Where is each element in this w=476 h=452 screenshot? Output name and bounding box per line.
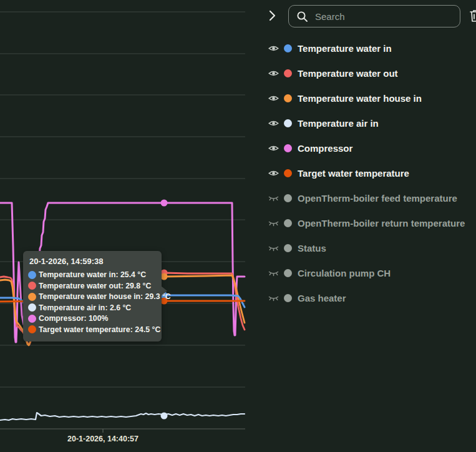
series-color-dot xyxy=(28,303,36,312)
legend-item[interactable]: OpenTherm-boiler feed temperature xyxy=(268,185,476,210)
series-color-dot xyxy=(28,293,36,301)
legend-item[interactable]: Temperature water in xyxy=(268,36,476,61)
series-color-dot xyxy=(28,282,36,290)
search-icon xyxy=(296,11,308,22)
legend-item-label: Target water temperature xyxy=(298,168,409,179)
series-color-dot xyxy=(284,44,292,52)
legend-item-label: OpenTherm-boiler feed temperature xyxy=(298,193,457,204)
legend-item[interactable]: Compressor xyxy=(268,135,476,160)
search-box[interactable] xyxy=(288,5,460,27)
eye-closed-icon[interactable] xyxy=(268,244,279,252)
trash-icon xyxy=(470,15,476,24)
tooltip-row-text: Temperature air in: 2.6 °C xyxy=(39,303,131,312)
tooltip-row-text: Temperature water out: 29.8 °C xyxy=(39,282,151,290)
eye-closed-icon[interactable] xyxy=(268,294,279,302)
chart-tooltip: 20-1-2026, 14:59:38 Temperature water in… xyxy=(23,251,162,341)
series-color-dot xyxy=(284,119,292,127)
history-graph-panel: 20-1-2026, 14:40:57 20-1-2026, 14:59:38 … xyxy=(0,0,476,452)
chart-canvas[interactable] xyxy=(0,0,251,452)
tooltip-row: Temperature air in: 2.6 °C xyxy=(28,303,155,312)
legend-item-label: Status xyxy=(298,243,326,253)
legend-item-label: Compressor xyxy=(298,143,352,154)
tooltip-row-text: Compressor: 100% xyxy=(39,314,108,323)
tooltip-row-text: Target water temperature: 24.5 °C xyxy=(39,325,160,334)
series-color-dot xyxy=(28,271,36,279)
legend-item[interactable]: Temperature air in xyxy=(268,111,476,135)
tooltip-row: Temperature water house in: 29.3 °C xyxy=(28,292,155,301)
series-color-dot xyxy=(28,315,36,323)
legend-item-label: Temperature water out xyxy=(298,68,398,79)
tooltip-title: 20-1-2026, 14:59:38 xyxy=(29,257,155,266)
eye-closed-icon[interactable] xyxy=(268,219,279,227)
legend-list: Temperature water inTemperature water ou… xyxy=(268,36,476,310)
tooltip-pointer xyxy=(161,286,167,296)
series-color-dot xyxy=(284,69,292,77)
x-axis-tick-label: 20-1-2026, 14:40:57 xyxy=(0,435,206,443)
chevron-right-icon xyxy=(269,15,276,24)
series-color-dot xyxy=(28,325,36,333)
tooltip-row: Compressor: 100% xyxy=(28,314,155,323)
series-color-dot xyxy=(284,144,292,152)
eye-closed-icon[interactable] xyxy=(268,194,279,202)
legend-item[interactable]: Status xyxy=(268,235,476,260)
series-color-dot xyxy=(284,194,292,202)
legend-item[interactable]: Gas heater xyxy=(268,285,476,310)
legend-item[interactable]: Target water temperature xyxy=(268,160,476,185)
tooltip-row: Temperature water in: 25.4 °C xyxy=(28,270,155,279)
tooltip-row-text: Temperature water in: 25.4 °C xyxy=(39,270,146,279)
collapse-panel-button[interactable] xyxy=(266,8,279,24)
series-color-dot xyxy=(284,244,292,252)
series-color-dot xyxy=(284,269,292,277)
legend-item-label: Gas heater xyxy=(298,293,346,303)
legend-item[interactable]: Temperature water out xyxy=(268,61,476,86)
tooltip-row-text: Temperature water house in: 29.3 °C xyxy=(39,292,171,301)
eye-icon[interactable] xyxy=(268,169,279,177)
search-input[interactable] xyxy=(314,11,441,22)
legend-item-label: Temperature water house in xyxy=(298,93,422,104)
eye-icon[interactable] xyxy=(268,94,279,102)
eye-icon[interactable] xyxy=(268,69,279,77)
legend-item-label: OpenTherm-boiler return temperature xyxy=(298,218,465,228)
series-color-dot xyxy=(284,169,292,177)
legend-item-label: Circulation pump CH xyxy=(298,268,391,278)
legend-item[interactable]: OpenTherm-boiler return temperature xyxy=(268,210,476,235)
legend-item-label: Temperature water in xyxy=(298,43,392,54)
eye-icon[interactable] xyxy=(268,44,279,52)
series-color-dot xyxy=(284,294,292,302)
eye-icon[interactable] xyxy=(268,119,279,127)
legend-item-label: Temperature air in xyxy=(298,118,379,129)
legend-item[interactable]: Temperature water house in xyxy=(268,86,476,111)
eye-closed-icon[interactable] xyxy=(268,269,279,277)
series-color-dot xyxy=(284,94,292,102)
eye-icon[interactable] xyxy=(268,144,279,152)
series-color-dot xyxy=(284,219,292,227)
delete-button[interactable] xyxy=(469,9,476,24)
tooltip-row: Target water temperature: 24.5 °C xyxy=(28,325,155,334)
legend-item[interactable]: Circulation pump CH xyxy=(268,260,476,285)
tooltip-row: Temperature water out: 29.8 °C xyxy=(28,282,155,290)
